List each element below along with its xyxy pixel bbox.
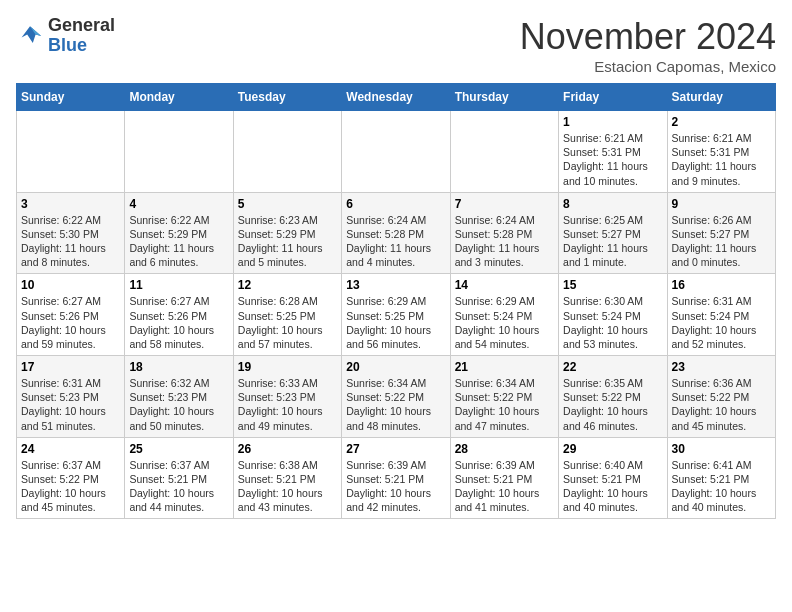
calendar-day: 14Sunrise: 6:29 AM Sunset: 5:24 PM Dayli… (450, 274, 558, 356)
day-number: 21 (455, 360, 554, 374)
calendar-week-5: 24Sunrise: 6:37 AM Sunset: 5:22 PM Dayli… (17, 437, 776, 519)
calendar-day: 18Sunrise: 6:32 AM Sunset: 5:23 PM Dayli… (125, 356, 233, 438)
day-number: 13 (346, 278, 445, 292)
calendar-day: 15Sunrise: 6:30 AM Sunset: 5:24 PM Dayli… (559, 274, 667, 356)
calendar-day: 22Sunrise: 6:35 AM Sunset: 5:22 PM Dayli… (559, 356, 667, 438)
calendar-day: 6Sunrise: 6:24 AM Sunset: 5:28 PM Daylig… (342, 192, 450, 274)
day-info: Sunrise: 6:23 AM Sunset: 5:29 PM Dayligh… (238, 213, 337, 270)
day-info: Sunrise: 6:28 AM Sunset: 5:25 PM Dayligh… (238, 294, 337, 351)
day-number: 17 (21, 360, 120, 374)
day-info: Sunrise: 6:21 AM Sunset: 5:31 PM Dayligh… (563, 131, 662, 188)
day-info: Sunrise: 6:21 AM Sunset: 5:31 PM Dayligh… (672, 131, 771, 188)
day-info: Sunrise: 6:29 AM Sunset: 5:25 PM Dayligh… (346, 294, 445, 351)
column-header-sunday: Sunday (17, 84, 125, 111)
day-number: 3 (21, 197, 120, 211)
calendar-header-row: SundayMondayTuesdayWednesdayThursdayFrid… (17, 84, 776, 111)
day-number: 30 (672, 442, 771, 456)
day-info: Sunrise: 6:34 AM Sunset: 5:22 PM Dayligh… (455, 376, 554, 433)
day-info: Sunrise: 6:35 AM Sunset: 5:22 PM Dayligh… (563, 376, 662, 433)
day-info: Sunrise: 6:27 AM Sunset: 5:26 PM Dayligh… (21, 294, 120, 351)
day-info: Sunrise: 6:26 AM Sunset: 5:27 PM Dayligh… (672, 213, 771, 270)
calendar-day: 28Sunrise: 6:39 AM Sunset: 5:21 PM Dayli… (450, 437, 558, 519)
day-number: 29 (563, 442, 662, 456)
column-header-tuesday: Tuesday (233, 84, 341, 111)
day-number: 14 (455, 278, 554, 292)
day-number: 18 (129, 360, 228, 374)
column-header-thursday: Thursday (450, 84, 558, 111)
calendar-day: 21Sunrise: 6:34 AM Sunset: 5:22 PM Dayli… (450, 356, 558, 438)
day-info: Sunrise: 6:24 AM Sunset: 5:28 PM Dayligh… (455, 213, 554, 270)
calendar-day: 27Sunrise: 6:39 AM Sunset: 5:21 PM Dayli… (342, 437, 450, 519)
calendar-day: 1Sunrise: 6:21 AM Sunset: 5:31 PM Daylig… (559, 111, 667, 193)
logo-general-text: General (48, 15, 115, 35)
day-number: 5 (238, 197, 337, 211)
page-header: General Blue November 2024 Estacion Capo… (16, 16, 776, 75)
calendar-day: 20Sunrise: 6:34 AM Sunset: 5:22 PM Dayli… (342, 356, 450, 438)
calendar-day: 7Sunrise: 6:24 AM Sunset: 5:28 PM Daylig… (450, 192, 558, 274)
day-info: Sunrise: 6:32 AM Sunset: 5:23 PM Dayligh… (129, 376, 228, 433)
column-header-saturday: Saturday (667, 84, 775, 111)
calendar-day: 16Sunrise: 6:31 AM Sunset: 5:24 PM Dayli… (667, 274, 775, 356)
calendar-day: 10Sunrise: 6:27 AM Sunset: 5:26 PM Dayli… (17, 274, 125, 356)
calendar-day: 8Sunrise: 6:25 AM Sunset: 5:27 PM Daylig… (559, 192, 667, 274)
day-number: 7 (455, 197, 554, 211)
calendar-week-2: 3Sunrise: 6:22 AM Sunset: 5:30 PM Daylig… (17, 192, 776, 274)
calendar-day (233, 111, 341, 193)
calendar-body: 1Sunrise: 6:21 AM Sunset: 5:31 PM Daylig… (17, 111, 776, 519)
column-header-monday: Monday (125, 84, 233, 111)
day-number: 16 (672, 278, 771, 292)
day-number: 28 (455, 442, 554, 456)
day-number: 25 (129, 442, 228, 456)
day-number: 1 (563, 115, 662, 129)
calendar-day (17, 111, 125, 193)
day-number: 10 (21, 278, 120, 292)
day-info: Sunrise: 6:27 AM Sunset: 5:26 PM Dayligh… (129, 294, 228, 351)
day-info: Sunrise: 6:33 AM Sunset: 5:23 PM Dayligh… (238, 376, 337, 433)
calendar-day: 24Sunrise: 6:37 AM Sunset: 5:22 PM Dayli… (17, 437, 125, 519)
day-info: Sunrise: 6:38 AM Sunset: 5:21 PM Dayligh… (238, 458, 337, 515)
logo: General Blue (16, 16, 115, 56)
month-title: November 2024 (520, 16, 776, 58)
calendar-day: 5Sunrise: 6:23 AM Sunset: 5:29 PM Daylig… (233, 192, 341, 274)
day-number: 24 (21, 442, 120, 456)
calendar-week-4: 17Sunrise: 6:31 AM Sunset: 5:23 PM Dayli… (17, 356, 776, 438)
calendar-day: 4Sunrise: 6:22 AM Sunset: 5:29 PM Daylig… (125, 192, 233, 274)
calendar-week-3: 10Sunrise: 6:27 AM Sunset: 5:26 PM Dayli… (17, 274, 776, 356)
calendar-day: 2Sunrise: 6:21 AM Sunset: 5:31 PM Daylig… (667, 111, 775, 193)
column-header-friday: Friday (559, 84, 667, 111)
day-number: 12 (238, 278, 337, 292)
day-number: 26 (238, 442, 337, 456)
day-info: Sunrise: 6:34 AM Sunset: 5:22 PM Dayligh… (346, 376, 445, 433)
calendar-day: 12Sunrise: 6:28 AM Sunset: 5:25 PM Dayli… (233, 274, 341, 356)
day-info: Sunrise: 6:37 AM Sunset: 5:21 PM Dayligh… (129, 458, 228, 515)
day-number: 9 (672, 197, 771, 211)
day-number: 8 (563, 197, 662, 211)
day-info: Sunrise: 6:22 AM Sunset: 5:30 PM Dayligh… (21, 213, 120, 270)
day-number: 22 (563, 360, 662, 374)
day-info: Sunrise: 6:29 AM Sunset: 5:24 PM Dayligh… (455, 294, 554, 351)
location-subtitle: Estacion Capomas, Mexico (520, 58, 776, 75)
calendar-day: 26Sunrise: 6:38 AM Sunset: 5:21 PM Dayli… (233, 437, 341, 519)
day-number: 6 (346, 197, 445, 211)
calendar-day (450, 111, 558, 193)
day-number: 15 (563, 278, 662, 292)
day-number: 20 (346, 360, 445, 374)
day-info: Sunrise: 6:41 AM Sunset: 5:21 PM Dayligh… (672, 458, 771, 515)
calendar-day: 3Sunrise: 6:22 AM Sunset: 5:30 PM Daylig… (17, 192, 125, 274)
calendar-day: 9Sunrise: 6:26 AM Sunset: 5:27 PM Daylig… (667, 192, 775, 274)
calendar-table: SundayMondayTuesdayWednesdayThursdayFrid… (16, 83, 776, 519)
calendar-day: 25Sunrise: 6:37 AM Sunset: 5:21 PM Dayli… (125, 437, 233, 519)
title-block: November 2024 Estacion Capomas, Mexico (520, 16, 776, 75)
calendar-day: 11Sunrise: 6:27 AM Sunset: 5:26 PM Dayli… (125, 274, 233, 356)
day-number: 23 (672, 360, 771, 374)
day-info: Sunrise: 6:37 AM Sunset: 5:22 PM Dayligh… (21, 458, 120, 515)
calendar-day: 30Sunrise: 6:41 AM Sunset: 5:21 PM Dayli… (667, 437, 775, 519)
day-info: Sunrise: 6:31 AM Sunset: 5:24 PM Dayligh… (672, 294, 771, 351)
day-number: 19 (238, 360, 337, 374)
day-info: Sunrise: 6:25 AM Sunset: 5:27 PM Dayligh… (563, 213, 662, 270)
calendar-day: 19Sunrise: 6:33 AM Sunset: 5:23 PM Dayli… (233, 356, 341, 438)
day-info: Sunrise: 6:30 AM Sunset: 5:24 PM Dayligh… (563, 294, 662, 351)
day-info: Sunrise: 6:36 AM Sunset: 5:22 PM Dayligh… (672, 376, 771, 433)
calendar-week-1: 1Sunrise: 6:21 AM Sunset: 5:31 PM Daylig… (17, 111, 776, 193)
day-number: 27 (346, 442, 445, 456)
